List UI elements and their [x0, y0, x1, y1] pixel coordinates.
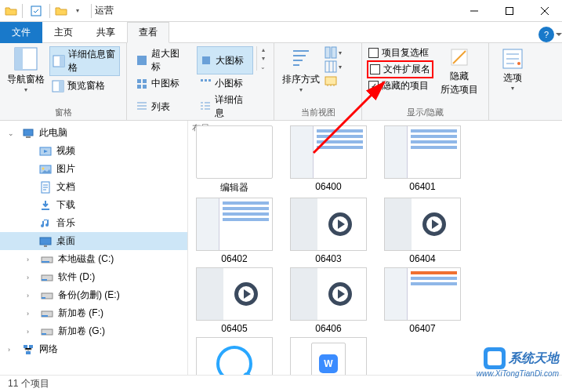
svg-rect-1: [506, 7, 513, 14]
svg-point-23: [517, 62, 520, 65]
layout-details[interactable]: 详细信息: [197, 93, 254, 121]
file-item[interactable]: 06406: [285, 267, 372, 334]
layout-medium[interactable]: 中图标: [133, 76, 189, 91]
tree-item-network[interactable]: ›网络: [0, 340, 187, 358]
svg-rect-5: [60, 56, 64, 67]
group-panes: 导航窗格 ▾ 详细信息窗格 预览窗格 窗格: [0, 43, 127, 120]
content-area: ⌄此电脑 视频 图片 文档 下载 音乐 桌面 ›本地磁盘 (C:) ›软件 (D…: [0, 121, 562, 375]
image-thumbnail: [290, 267, 367, 321]
hidden-items-toggle[interactable]: ✓ 隐藏的项目: [368, 79, 432, 93]
desktop-icon: [39, 235, 52, 248]
tree-item-drive-c[interactable]: ›本地磁盘 (C:): [0, 250, 187, 268]
svg-rect-10: [137, 79, 141, 83]
navigation-tree[interactable]: ⌄此电脑 视频 图片 文档 下载 音乐 桌面 ›本地磁盘 (C:) ›软件 (D…: [0, 121, 188, 375]
tab-share[interactable]: 共享: [85, 22, 127, 43]
minimize-button[interactable]: [456, 0, 491, 22]
svg-rect-37: [42, 297, 45, 299]
svg-rect-17: [325, 47, 330, 58]
file-item[interactable]: 06403: [285, 198, 372, 264]
svg-point-28: [42, 167, 45, 169]
details-pane-button[interactable]: 详细信息窗格: [49, 46, 120, 76]
downloads-icon: [39, 199, 52, 212]
tree-item-desktop[interactable]: 桌面: [0, 232, 187, 250]
size-columns-button[interactable]: [325, 74, 342, 87]
file-extensions-toggle[interactable]: 文件扩展名: [367, 60, 433, 78]
small-icon: [199, 78, 212, 90]
file-item[interactable]: 腾讯QQQQ浏览器: [191, 337, 277, 375]
tab-file[interactable]: 文件: [0, 22, 42, 43]
checkbox-unchecked-icon: [370, 64, 380, 74]
watermark-logo-icon: [484, 347, 506, 369]
svg-rect-35: [42, 279, 47, 281]
tab-home[interactable]: 主页: [42, 22, 85, 43]
image-thumbnail: [384, 267, 461, 321]
tree-item-drive-d[interactable]: ›软件 (D:): [0, 268, 187, 286]
watermark: 系统天地 www.XiTongTianDi.com: [477, 347, 559, 378]
tree-item-drive-g[interactable]: ›新加卷 (G:): [0, 322, 187, 340]
tree-item-this-pc[interactable]: ⌄此电脑: [0, 124, 187, 142]
layout-expand-button[interactable]: ▴▾⌄: [256, 46, 267, 71]
add-columns-button[interactable]: ▾: [325, 60, 342, 73]
svg-rect-39: [42, 315, 48, 317]
tree-item-pictures[interactable]: 图片: [0, 160, 187, 178]
sort-button[interactable]: 排序方式 ▾: [281, 46, 321, 93]
layout-list[interactable]: 列表: [133, 93, 189, 121]
pictures-icon: [39, 163, 52, 176]
group-by-button[interactable]: ▾: [325, 46, 342, 59]
help-button[interactable]: ?: [538, 27, 554, 42]
layout-small[interactable]: 小图标: [197, 76, 254, 91]
navigation-pane-icon: [13, 46, 38, 71]
file-item[interactable]: 编辑器: [191, 125, 277, 194]
svg-rect-33: [42, 261, 49, 263]
file-view[interactable]: 编辑器 06400 06401 06402 06403 06404 06405 …: [188, 121, 562, 375]
tab-view[interactable]: 查看: [127, 22, 169, 43]
extra-large-icon: [136, 54, 148, 67]
file-item[interactable]: 06401: [379, 125, 466, 194]
file-item[interactable]: 06402: [191, 198, 277, 264]
tree-item-videos[interactable]: 视频: [0, 142, 187, 160]
tree-item-drive-e[interactable]: ›备份(勿删) (E:): [0, 286, 187, 304]
maximize-button[interactable]: [491, 0, 527, 22]
checkbox-checked-icon: ✓: [368, 81, 379, 91]
svg-rect-25: [26, 136, 31, 138]
group-by-icon: [325, 46, 337, 59]
file-item[interactable]: 06404: [379, 198, 466, 264]
svg-rect-30: [40, 238, 51, 245]
svg-rect-13: [143, 85, 147, 89]
item-checkboxes-toggle[interactable]: 项目复选框: [368, 46, 432, 60]
qat-dropdown-button[interactable]: ▾: [69, 2, 86, 20]
svg-rect-8: [137, 56, 147, 65]
drive-icon: [41, 253, 53, 266]
tree-item-documents[interactable]: 文档: [0, 178, 187, 196]
svg-rect-3: [15, 48, 23, 70]
drive-icon: [41, 325, 53, 338]
svg-rect-7: [59, 81, 63, 92]
file-item[interactable]: W绘图1: [285, 337, 372, 375]
tree-item-drive-f[interactable]: ›新加卷 (F:): [0, 304, 187, 322]
options-button[interactable]: 选项 ▾: [495, 46, 530, 92]
folder-thumbnail: [196, 125, 273, 179]
svg-rect-18: [332, 47, 336, 58]
folder-icon: [5, 5, 17, 17]
svg-rect-11: [143, 79, 147, 83]
hide-selected-icon: [448, 46, 470, 68]
svg-rect-20: [325, 77, 336, 85]
hide-selected-button[interactable]: 隐藏所选项目: [437, 46, 482, 96]
layout-extra-large[interactable]: 超大图标: [133, 46, 189, 74]
checkbox-unchecked-icon: [368, 48, 379, 58]
qat-properties-button[interactable]: [27, 2, 45, 20]
file-item[interactable]: 06405: [191, 267, 277, 334]
drive-icon: [41, 271, 53, 284]
tree-item-downloads[interactable]: 下载: [0, 196, 187, 214]
navigation-pane-button[interactable]: 导航窗格 ▾: [6, 46, 46, 93]
drive-icon: [41, 289, 53, 302]
file-item[interactable]: 06407: [379, 267, 466, 334]
svg-rect-15: [205, 79, 207, 82]
layout-large[interactable]: 大图标: [197, 46, 254, 74]
file-item[interactable]: 06400: [285, 125, 372, 194]
tree-item-music[interactable]: 音乐: [0, 214, 187, 232]
window-title: 运营: [95, 4, 114, 17]
preview-pane-button[interactable]: 预览窗格: [49, 78, 120, 93]
close-button[interactable]: [527, 0, 562, 22]
size-columns-icon: [325, 74, 337, 87]
